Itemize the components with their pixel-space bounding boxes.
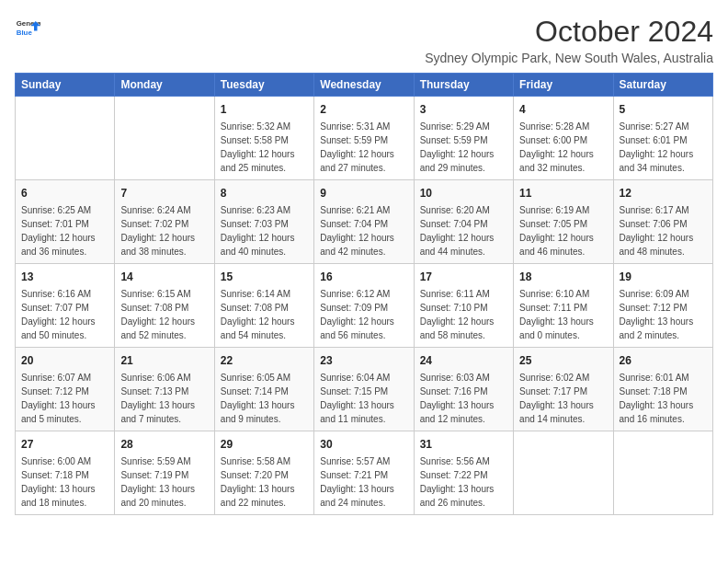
day-number: 10 [420,185,507,201]
day-cell: 18Sunrise: 6:10 AM Sunset: 7:11 PM Dayli… [514,264,613,348]
day-cell: 21Sunrise: 6:06 AM Sunset: 7:13 PM Dayli… [115,348,214,431]
day-cell: 6Sunrise: 6:25 AM Sunset: 7:01 PM Daylig… [16,180,115,264]
day-number: 20 [21,352,108,369]
day-cell [514,431,613,515]
day-number: 24 [420,352,507,369]
day-cell: 11Sunrise: 6:19 AM Sunset: 7:05 PM Dayli… [514,180,613,264]
day-details: Sunrise: 5:29 AM Sunset: 5:59 PM Dayligh… [420,120,507,175]
day-cell: 28Sunrise: 5:59 AM Sunset: 7:19 PM Dayli… [115,431,214,515]
day-details: Sunrise: 5:31 AM Sunset: 5:59 PM Dayligh… [320,120,407,175]
day-details: Sunrise: 5:28 AM Sunset: 6:00 PM Dayligh… [519,120,607,175]
day-number: 19 [620,269,707,285]
day-number: 26 [620,352,707,369]
day-cell: 14Sunrise: 6:15 AM Sunset: 7:08 PM Dayli… [115,264,214,348]
day-number: 9 [320,185,407,201]
day-details: Sunrise: 6:24 AM Sunset: 7:02 PM Dayligh… [120,203,208,259]
day-details: Sunrise: 5:56 AM Sunset: 7:22 PM Dayligh… [420,454,507,510]
week-row-5: 27Sunrise: 6:00 AM Sunset: 7:18 PM Dayli… [16,431,713,515]
day-number: 28 [120,436,208,453]
day-number: 30 [320,436,407,453]
day-details: Sunrise: 6:11 AM Sunset: 7:10 PM Dayligh… [420,287,507,342]
day-cell: 13Sunrise: 6:16 AM Sunset: 7:07 PM Dayli… [16,264,115,348]
day-details: Sunrise: 6:19 AM Sunset: 7:05 PM Dayligh… [519,203,607,259]
header-cell-friday: Friday [514,74,613,97]
svg-text:Blue: Blue [17,29,33,37]
day-cell: 3Sunrise: 5:29 AM Sunset: 5:59 PM Daylig… [414,97,513,180]
day-details: Sunrise: 6:25 AM Sunset: 7:01 PM Dayligh… [21,203,108,259]
day-cell: 27Sunrise: 6:00 AM Sunset: 7:18 PM Dayli… [16,431,115,515]
day-number: 3 [420,101,507,118]
day-number: 22 [221,352,308,369]
day-cell: 20Sunrise: 6:07 AM Sunset: 7:12 PM Dayli… [16,348,115,431]
day-cell: 17Sunrise: 6:11 AM Sunset: 7:10 PM Dayli… [414,264,513,348]
header: General Blue October 2024 Sydney Olympic… [15,15,713,65]
day-details: Sunrise: 6:02 AM Sunset: 7:17 PM Dayligh… [519,371,607,426]
week-row-3: 13Sunrise: 6:16 AM Sunset: 7:07 PM Dayli… [16,264,713,348]
day-cell: 26Sunrise: 6:01 AM Sunset: 7:18 PM Dayli… [613,348,712,431]
day-cell [115,97,214,180]
day-cell: 16Sunrise: 6:12 AM Sunset: 7:09 PM Dayli… [314,264,414,348]
day-details: Sunrise: 6:01 AM Sunset: 7:18 PM Dayligh… [620,371,707,426]
header-cell-tuesday: Tuesday [214,74,313,97]
day-details: Sunrise: 6:00 AM Sunset: 7:18 PM Dayligh… [21,454,108,510]
calendar-table: SundayMondayTuesdayWednesdayThursdayFrid… [15,73,713,515]
day-cell: 5Sunrise: 5:27 AM Sunset: 6:01 PM Daylig… [613,97,712,180]
header-cell-thursday: Thursday [414,74,513,97]
day-cell: 7Sunrise: 6:24 AM Sunset: 7:02 PM Daylig… [115,180,214,264]
day-cell: 8Sunrise: 6:23 AM Sunset: 7:03 PM Daylig… [214,180,313,264]
title-area: October 2024 Sydney Olympic Park, New So… [425,15,713,65]
day-details: Sunrise: 6:14 AM Sunset: 7:08 PM Dayligh… [221,287,308,342]
day-number: 21 [120,352,208,369]
day-number: 29 [221,436,308,453]
day-number: 27 [21,436,108,453]
day-details: Sunrise: 6:16 AM Sunset: 7:07 PM Dayligh… [21,287,108,342]
day-number: 16 [320,269,407,285]
day-number: 12 [620,185,707,201]
day-details: Sunrise: 6:07 AM Sunset: 7:12 PM Dayligh… [21,371,108,426]
day-details: Sunrise: 6:23 AM Sunset: 7:03 PM Dayligh… [221,203,308,259]
logo-icon: General Blue [15,15,40,40]
day-cell: 29Sunrise: 5:58 AM Sunset: 7:20 PM Dayli… [214,431,313,515]
day-cell: 31Sunrise: 5:56 AM Sunset: 7:22 PM Dayli… [414,431,513,515]
main-title: October 2024 [425,15,713,49]
day-details: Sunrise: 6:20 AM Sunset: 7:04 PM Dayligh… [420,203,507,259]
day-cell: 10Sunrise: 6:20 AM Sunset: 7:04 PM Dayli… [414,180,513,264]
day-cell: 2Sunrise: 5:31 AM Sunset: 5:59 PM Daylig… [314,97,414,180]
day-number: 5 [620,101,707,118]
day-details: Sunrise: 6:17 AM Sunset: 7:06 PM Dayligh… [620,203,707,259]
day-number: 4 [519,101,607,118]
day-details: Sunrise: 5:32 AM Sunset: 5:58 PM Dayligh… [221,120,308,175]
day-number: 15 [221,269,308,285]
day-number: 18 [519,269,607,285]
day-details: Sunrise: 6:21 AM Sunset: 7:04 PM Dayligh… [320,203,407,259]
day-cell: 12Sunrise: 6:17 AM Sunset: 7:06 PM Dayli… [613,180,712,264]
day-number: 1 [221,101,308,118]
day-details: Sunrise: 6:10 AM Sunset: 7:11 PM Dayligh… [519,287,607,342]
days-header-row: SundayMondayTuesdayWednesdayThursdayFrid… [16,74,713,97]
logo: General Blue [15,15,40,40]
week-row-2: 6Sunrise: 6:25 AM Sunset: 7:01 PM Daylig… [16,180,713,264]
day-number: 13 [21,269,108,285]
day-cell: 25Sunrise: 6:02 AM Sunset: 7:17 PM Dayli… [514,348,613,431]
day-number: 7 [120,185,208,201]
day-cell: 23Sunrise: 6:04 AM Sunset: 7:15 PM Dayli… [314,348,414,431]
day-number: 11 [519,185,607,201]
day-cell: 19Sunrise: 6:09 AM Sunset: 7:12 PM Dayli… [613,264,712,348]
day-details: Sunrise: 6:15 AM Sunset: 7:08 PM Dayligh… [120,287,208,342]
day-details: Sunrise: 6:03 AM Sunset: 7:16 PM Dayligh… [420,371,507,426]
day-details: Sunrise: 6:04 AM Sunset: 7:15 PM Dayligh… [320,371,407,426]
week-row-4: 20Sunrise: 6:07 AM Sunset: 7:12 PM Dayli… [16,348,713,431]
day-cell [16,97,115,180]
day-number: 14 [120,269,208,285]
day-number: 25 [519,352,607,369]
day-cell [613,431,712,515]
header-cell-saturday: Saturday [613,74,712,97]
day-cell: 9Sunrise: 6:21 AM Sunset: 7:04 PM Daylig… [314,180,414,264]
day-number: 31 [420,436,507,453]
day-number: 2 [320,101,407,118]
day-cell: 30Sunrise: 5:57 AM Sunset: 7:21 PM Dayli… [314,431,414,515]
day-number: 6 [21,185,108,201]
day-cell: 22Sunrise: 6:05 AM Sunset: 7:14 PM Dayli… [214,348,313,431]
day-details: Sunrise: 5:57 AM Sunset: 7:21 PM Dayligh… [320,454,407,510]
day-details: Sunrise: 6:06 AM Sunset: 7:13 PM Dayligh… [120,371,208,426]
